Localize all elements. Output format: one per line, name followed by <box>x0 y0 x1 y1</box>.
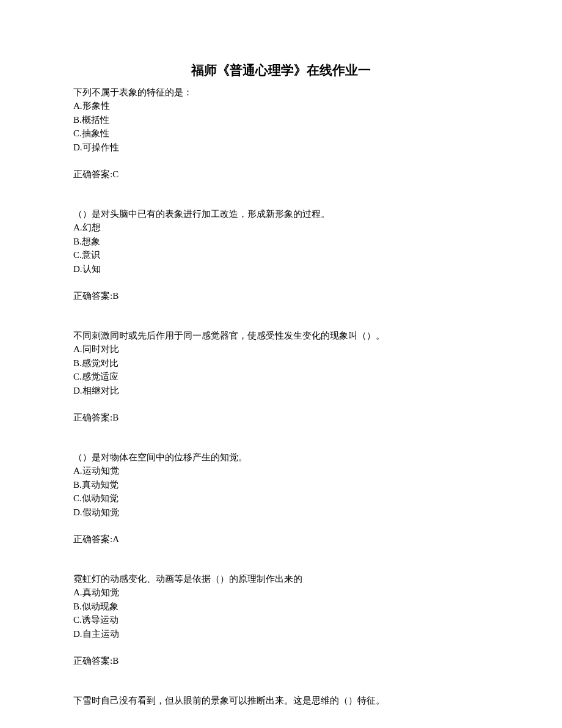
option-d: D.相继对比 <box>73 384 489 398</box>
option-b: B.想象 <box>73 235 489 249</box>
option-d: D.可操作性 <box>73 141 489 155</box>
answer-text: 正确答案:B <box>73 654 489 668</box>
page-title: 福师《普通心理学》在线作业一 <box>73 61 489 81</box>
answer-text: 正确答案:B <box>73 411 489 425</box>
answer-text: 正确答案:C <box>73 167 489 182</box>
option-d: D.自主运动 <box>73 627 489 641</box>
question-block: 霓虹灯的动感变化、动画等是依据（）的原理制作出来的 A.真动知觉 B.似动现象 … <box>73 572 489 668</box>
question-text: 下雪时自己没有看到，但从眼前的景象可以推断出来。这是思维的（）特征。 <box>73 694 489 708</box>
option-c: C.意识 <box>73 248 489 262</box>
question-text: 不同刺激同时或先后作用于同一感觉器官，使感受性发生变化的现象叫（）。 <box>73 329 489 343</box>
option-c: C.似动知觉 <box>73 491 489 506</box>
option-b: B.似动现象 <box>73 600 489 614</box>
answer-text: 正确答案:A <box>73 532 489 546</box>
question-text: 下列不属于表象的特征的是： <box>73 86 489 100</box>
question-text: （）是对头脑中已有的表象进行加工改造，形成新形象的过程。 <box>73 207 489 221</box>
option-a: A.形象性 <box>73 99 489 113</box>
option-c: C.抽象性 <box>73 127 489 141</box>
question-block: 不同刺激同时或先后作用于同一感觉器官，使感受性发生变化的现象叫（）。 A.同时对… <box>73 329 489 425</box>
option-a: A.同时对比 <box>73 342 489 356</box>
question-block: （）是对头脑中已有的表象进行加工改造，形成新形象的过程。 A.幻想 B.想象 C… <box>73 207 489 303</box>
option-d: D.假动知觉 <box>73 506 489 520</box>
option-b: B.概括性 <box>73 113 489 127</box>
answer-text: 正确答案:B <box>73 289 489 303</box>
question-text: （）是对物体在空间中的位移产生的知觉。 <box>73 450 489 465</box>
option-c: C.诱导运动 <box>73 613 489 627</box>
option-a: A.真动知觉 <box>73 586 489 600</box>
option-b: B.真动知觉 <box>73 478 489 492</box>
question-block: 下雪时自己没有看到，但从眼前的景象可以推断出来。这是思维的（）特征。 <box>73 694 489 708</box>
option-c: C.感觉适应 <box>73 370 489 384</box>
option-a: A.运动知觉 <box>73 464 489 478</box>
option-b: B.感觉对比 <box>73 356 489 370</box>
question-block: 下列不属于表象的特征的是： A.形象性 B.概括性 C.抽象性 D.可操作性 正… <box>73 86 489 182</box>
option-d: D.认知 <box>73 262 489 276</box>
option-a: A.幻想 <box>73 221 489 235</box>
question-block: （）是对物体在空间中的位移产生的知觉。 A.运动知觉 B.真动知觉 C.似动知觉… <box>73 450 489 546</box>
question-text: 霓虹灯的动感变化、动画等是依据（）的原理制作出来的 <box>73 572 489 586</box>
